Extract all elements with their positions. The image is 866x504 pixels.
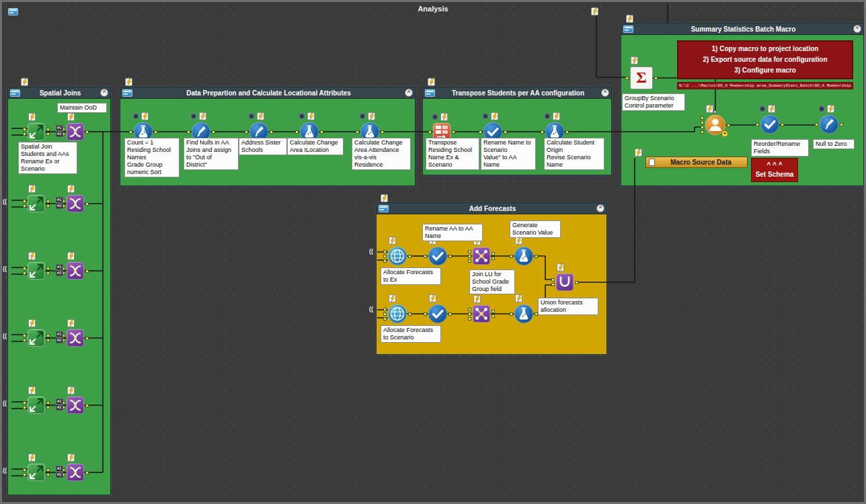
join-icon [67, 396, 84, 414]
tool-join[interactable]: #1#2 [67, 329, 84, 347]
join-icon [67, 329, 84, 347]
lightning-icon [381, 194, 388, 202]
tool-join[interactable]: #1#2 [67, 396, 84, 414]
input-tag: #1 [56, 398, 63, 405]
annotation[interactable]: Rename Name to Scenario Value" to AA Nam… [481, 138, 536, 170]
collapsed-wire-mark: (( [3, 333, 7, 339]
annotation[interactable]: Calculate Student Origin Revise Scenario… [544, 138, 604, 170]
tool-union[interactable] [556, 274, 574, 291]
annotation[interactable]: Maintain OoD [57, 103, 107, 113]
tool-spatial-match[interactable] [28, 464, 45, 481]
tool-join[interactable]: #1#2 [67, 464, 84, 481]
anchor [491, 252, 495, 255]
lightning-icon [706, 105, 713, 113]
spatial-match-icon [28, 329, 45, 347]
tool-select[interactable] [428, 247, 447, 265]
annotation[interactable]: Reorder/Rename Fields [751, 139, 809, 157]
set-schema-note[interactable]: ^ ^ ^ Set Schema [751, 158, 798, 182]
input-tag: #2 [56, 131, 63, 137]
lightning-icon [631, 56, 638, 65]
status-dot-icon [432, 114, 438, 120]
annotation[interactable]: Generate Scenario Value [510, 220, 561, 238]
join-multi-icon [473, 247, 490, 265]
tool-allocate[interactable] [388, 247, 407, 265]
lightning-icon [67, 252, 75, 260]
tool-formula[interactable] [820, 115, 838, 134]
annotation[interactable]: Count = 1 Residing School Names Grade Gr… [124, 138, 180, 177]
annotation[interactable]: Rename AA to AA Name [422, 224, 483, 241]
anchor [295, 130, 299, 134]
spatial-match-icon [28, 123, 45, 140]
tool-spatial-match[interactable] [28, 195, 45, 212]
tool-select[interactable] [760, 115, 779, 134]
anchor [565, 130, 569, 134]
anchor [575, 281, 578, 284]
page-title: Analysis [2, 5, 864, 13]
union-icon [556, 274, 574, 291]
anchor [383, 308, 387, 311]
join-icon [67, 123, 84, 140]
tool-allocate[interactable] [388, 304, 407, 323]
anchor [85, 202, 89, 206]
anchor [23, 132, 26, 136]
anchor [270, 130, 273, 134]
spatial-match-icon [28, 396, 45, 414]
anchor [701, 130, 704, 134]
control-anchor [713, 110, 717, 114]
lightning-icon [515, 294, 522, 302]
lightning-icon [125, 78, 132, 86]
macro-source-data-input[interactable]: Macro Source Data [645, 157, 748, 168]
tool-join[interactable]: #1#2 [67, 195, 84, 212]
annotation[interactable]: Find Nulls in AA Joins and assign to "Ou… [184, 138, 239, 170]
tool-spatial-match[interactable] [28, 262, 45, 280]
anchor [756, 123, 759, 126]
annotation[interactable]: Calculate Change Area ILocation [287, 138, 344, 155]
tool-join-multi[interactable] [473, 247, 490, 265]
anchor [46, 468, 50, 472]
anchor [245, 130, 248, 134]
annotation[interactable]: Spatial Join Students and AAs Rename Ex … [18, 142, 77, 174]
tool-join[interactable]: #1#2 [67, 123, 84, 140]
annotation[interactable]: Calculate Change Area Attendance vis-a-v… [352, 138, 411, 170]
lightning-icon [67, 454, 75, 462]
anchor [23, 401, 26, 405]
annotation[interactable]: Allocate Forecasts to Ex [381, 267, 441, 285]
lightning-icon [307, 112, 315, 120]
tool-spatial-match[interactable] [28, 396, 45, 414]
annotation[interactable]: Null to Zero [813, 139, 855, 149]
anchor [46, 339, 50, 342]
allocate-icon [388, 304, 407, 323]
annotation[interactable]: Join LU for School Grade Group field [469, 269, 515, 294]
input-tag: #1 [56, 466, 63, 472]
tool-macro[interactable]: + [705, 115, 725, 135]
annotation[interactable]: GroupBy Scenario Control parameter [622, 93, 685, 111]
tool-summarize[interactable]: Σ [630, 67, 653, 89]
spatial-match-icon [28, 396, 45, 414]
tool-spatial-match[interactable] [28, 329, 45, 347]
macro-path-note[interactable]: N:\2 ...\Macros\DD_A Membership area_Sum… [677, 82, 853, 89]
annotation[interactable]: Transpose Residing School Name Ex & Scen… [426, 138, 479, 170]
annotation[interactable]: Address Sister Schools [239, 138, 287, 155]
select-icon [428, 304, 447, 323]
tool-join[interactable]: #1#2 [67, 262, 84, 280]
status-dot-icon [299, 113, 305, 120]
tool-select[interactable] [428, 304, 447, 323]
anchor [815, 123, 818, 126]
beaker-icon [514, 304, 533, 323]
status-dot-icon [759, 106, 766, 112]
tool-beaker[interactable] [514, 247, 533, 265]
tool-beaker[interactable] [514, 304, 533, 323]
annotation[interactable]: Union forecasts allocation [538, 298, 598, 315]
join-icon [67, 464, 84, 481]
tool-spatial-match[interactable] [28, 123, 45, 140]
anchor [23, 468, 26, 472]
anchor [541, 130, 544, 134]
anchor [428, 130, 432, 134]
anchor [701, 126, 704, 129]
lightning-icon [28, 113, 36, 121]
anchor [701, 121, 704, 124]
lightning-icon [827, 105, 834, 113]
tool-join-multi[interactable] [473, 305, 490, 323]
macro-instructions-note[interactable]: 1) Copy macro to project location 2) Exp… [677, 40, 853, 79]
annotation[interactable]: Allocate Forecasts to Scenario [381, 325, 441, 343]
